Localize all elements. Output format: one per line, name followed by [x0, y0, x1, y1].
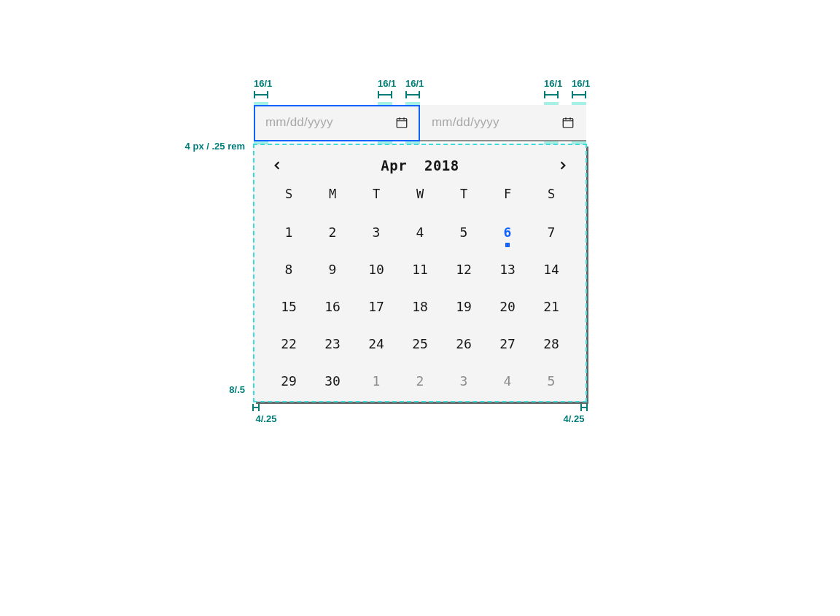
svg-rect-0 [397, 119, 407, 128]
calendar-day[interactable]: 2 [311, 222, 354, 243]
calendar-day[interactable]: 9 [311, 259, 354, 280]
calendar-day[interactable]: 24 [354, 333, 398, 354]
calendar-day[interactable]: 22 [267, 333, 311, 354]
calendar-day[interactable]: 11 [398, 259, 442, 280]
calendar-icon[interactable] [395, 116, 408, 129]
calendar-day[interactable]: 16 [311, 296, 354, 317]
end-date-field[interactable]: mm/dd/yyyy [420, 105, 586, 141]
calendar-title: Apr 2018 [381, 157, 459, 174]
date-range-inputs: mm/dd/yyyy mm/dd/yyyy [254, 105, 586, 141]
next-month-button[interactable] [556, 158, 570, 173]
calendar-day[interactable]: 2 [398, 370, 442, 391]
calendar-day[interactable]: 19 [442, 296, 486, 317]
calendar-day[interactable]: 13 [486, 259, 529, 280]
calendar-day[interactable]: 21 [529, 296, 573, 317]
calendar-day[interactable]: 10 [354, 259, 398, 280]
calendar-day[interactable]: 29 [267, 370, 311, 391]
calendar-day[interactable]: 7 [529, 222, 573, 243]
measure-top: 16/1 [378, 79, 392, 98]
calendar-day[interactable]: 5 [442, 222, 486, 243]
calendar-day[interactable]: 8 [267, 259, 311, 280]
start-date-placeholder: mm/dd/yyyy [265, 115, 386, 130]
calendar-day[interactable]: 30 [311, 370, 354, 391]
weekday-header: S [529, 187, 573, 206]
calendar-day[interactable]: 12 [442, 259, 486, 280]
weekday-header: F [486, 187, 529, 206]
calendar-day[interactable]: 1 [354, 370, 398, 391]
measure-top: 16/1 [544, 79, 559, 98]
calendar-day[interactable]: 3 [442, 370, 486, 391]
measure-top: 16/1 [254, 79, 268, 98]
calendar-day[interactable]: 5 [529, 370, 573, 391]
calendar-day[interactable]: 26 [442, 333, 486, 354]
measure-top: 16/1 [572, 79, 586, 98]
measure-left-gap: 4 px / .25 rem [185, 141, 245, 152]
calendar-day[interactable]: 1 [267, 222, 311, 243]
calendar-day[interactable]: 3 [354, 222, 398, 243]
calendar-day[interactable]: 25 [398, 333, 442, 354]
calendar-icon[interactable] [561, 116, 575, 129]
measure-bottom-right: 4/.25 [556, 414, 592, 424]
calendar-day[interactable]: 6 [486, 222, 529, 243]
end-date-placeholder: mm/dd/yyyy [432, 115, 553, 130]
weekday-header: S [267, 187, 311, 206]
calendar-panel: Apr 2018 SMTWTFS123456789101112131415161… [254, 144, 586, 402]
prev-month-button[interactable] [270, 158, 284, 173]
calendar-day[interactable]: 27 [486, 333, 529, 354]
svg-rect-1 [563, 119, 573, 128]
calendar-day[interactable]: 28 [529, 333, 573, 354]
calendar-day[interactable]: 4 [486, 370, 529, 391]
weekday-header: T [354, 187, 398, 206]
start-date-field[interactable]: mm/dd/yyyy [254, 105, 420, 141]
calendar-day[interactable]: 4 [398, 222, 442, 243]
calendar-day[interactable]: 17 [354, 296, 398, 317]
calendar-day[interactable]: 15 [267, 296, 311, 317]
calendar-day[interactable]: 14 [529, 259, 573, 280]
calendar-day[interactable]: 23 [311, 333, 354, 354]
calendar-day[interactable]: 20 [486, 296, 529, 317]
measure-bottom-left: 4/.25 [248, 414, 284, 424]
weekday-header: T [442, 187, 486, 206]
weekday-header: M [311, 187, 354, 206]
weekday-header: W [398, 187, 442, 206]
measure-top: 16/1 [405, 79, 420, 98]
calendar-day[interactable]: 18 [398, 296, 442, 317]
